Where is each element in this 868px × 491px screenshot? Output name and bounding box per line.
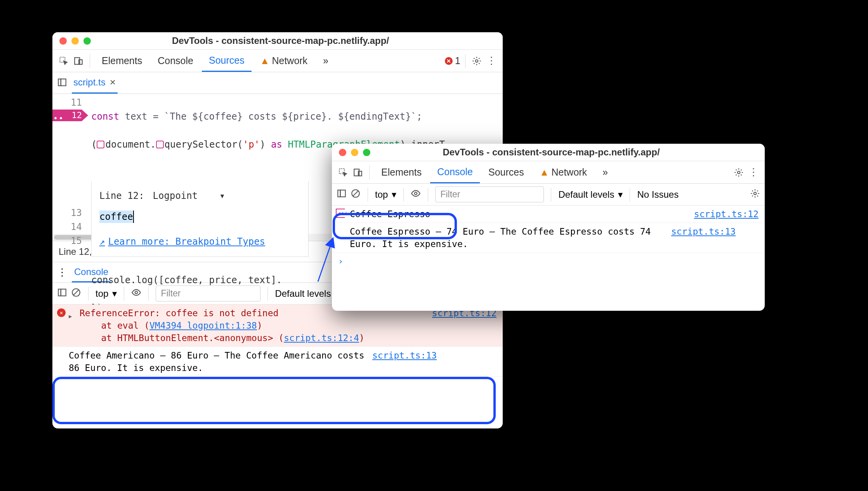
stack-link[interactable]: script.ts:12:4 — [284, 333, 359, 343]
levels-select[interactable]: Default levels▾ — [558, 189, 623, 200]
tab-elements[interactable]: Elements — [374, 161, 429, 183]
logpoint-icon: •• — [336, 209, 347, 218]
chevron-down-icon: ▾ — [219, 189, 225, 203]
issues-label[interactable]: No Issues — [637, 189, 679, 200]
panel-tabs: Elements Console Sources ▲ Network » ✕ 1… — [52, 50, 503, 72]
devtools-window-console: DevTools - consistent-source-map-pc.netl… — [332, 144, 765, 311]
svg-point-3 — [476, 59, 478, 62]
file-tabs: script.ts ✕ — [52, 72, 503, 94]
gear-icon[interactable] — [470, 54, 483, 68]
titlebar[interactable]: DevTools - consistent-source-map-pc.netl… — [52, 32, 503, 50]
error-icon: ✕ — [57, 308, 66, 317]
inspect-icon[interactable] — [57, 54, 70, 68]
expand-icon[interactable]: ▶ — [69, 310, 72, 322]
tab-network[interactable]: ▲ Network — [253, 50, 314, 72]
tab-console[interactable]: Console — [430, 161, 480, 183]
console-prompt[interactable]: › — [332, 253, 765, 269]
external-link-icon: ↗ — [99, 235, 105, 249]
eye-icon[interactable] — [411, 188, 421, 201]
device-icon[interactable] — [72, 54, 85, 68]
svg-rect-5 — [61, 79, 66, 85]
logpoint-line-label: Line 12: — [99, 189, 144, 203]
console-logpoint-row[interactable]: •• Coffee Espresso script.ts:12 — [332, 205, 765, 223]
svg-rect-17 — [340, 190, 345, 197]
svg-point-21 — [754, 192, 757, 195]
warning-icon: ▲ — [540, 167, 549, 178]
file-tab-script[interactable]: script.ts ✕ — [72, 72, 118, 94]
console-error-row[interactable]: ✕ ▶ ReferenceError: coffee is not define… — [52, 305, 503, 347]
error-count[interactable]: ✕ 1 — [445, 55, 460, 66]
logpoint-dots-icon: •• — [53, 111, 64, 125]
svg-point-15 — [738, 171, 740, 174]
source-link[interactable]: script.ts:12 — [694, 208, 759, 220]
menu-icon[interactable]: ⋮ — [485, 54, 498, 68]
source-link[interactable]: script.ts:13 — [372, 349, 437, 374]
stack-link[interactable]: VM4394 logpoint:1:38 — [149, 320, 257, 331]
console-log-row[interactable]: Coffee Americano — 86 Euro — The Coffee … — [52, 347, 503, 377]
error-icon: ✕ — [445, 57, 453, 65]
log-message: Coffee Americano — 86 Euro — The Coffee … — [69, 349, 368, 374]
tabs-more[interactable]: » — [316, 50, 335, 72]
tab-elements[interactable]: Elements — [95, 50, 149, 72]
source-link[interactable]: script.ts:13 — [671, 225, 736, 250]
svg-line-22 — [318, 238, 333, 282]
tab-network[interactable]: ▲ Network — [533, 161, 594, 183]
logpoint-input[interactable]: coffee — [99, 211, 134, 223]
window-title: DevTools - consistent-source-map-pc.netl… — [65, 35, 496, 46]
window-title: DevTools - consistent-source-map-pc.netl… — [345, 147, 758, 158]
tab-sources[interactable]: Sources — [481, 161, 531, 183]
context-select[interactable]: top▾ — [375, 189, 396, 200]
source-link[interactable]: script.ts:12 — [432, 307, 496, 344]
inspect-icon[interactable] — [337, 166, 350, 179]
breakpoint-type-select[interactable]: Logpoint ▾ — [150, 187, 228, 204]
sidebar-icon[interactable] — [337, 188, 347, 201]
console-body: •• Coffee Espresso script.ts:12 Coffee E… — [332, 205, 765, 269]
chevron-down-icon: ▾ — [618, 189, 623, 200]
panel-tabs: Elements Console Sources ▲ Network » ⋮ — [332, 161, 765, 184]
gear-icon[interactable] — [750, 188, 760, 201]
annotation-arrow-icon — [295, 236, 357, 283]
clear-icon[interactable] — [351, 188, 361, 201]
log-message: Coffee Espresso — [348, 208, 689, 220]
gear-icon[interactable] — [732, 166, 745, 179]
svg-point-20 — [415, 192, 417, 195]
device-icon[interactable] — [351, 166, 365, 179]
console-log-row[interactable]: Coffee Espresso — 74 Euro — The Coffee E… — [332, 223, 765, 253]
error-message: ReferenceError: coffee is not defined at… — [69, 307, 427, 344]
logpoint-panel: Line 12: Logpoint ▾ coffee ↗ Learn more:… — [91, 181, 309, 257]
warning-icon: ▲ — [260, 55, 270, 66]
tabs-more[interactable]: » — [595, 161, 615, 183]
tab-sources[interactable]: Sources — [202, 50, 252, 72]
console-body: ✕ ▶ ReferenceError: coffee is not define… — [52, 305, 503, 377]
chevron-down-icon: ▾ — [392, 189, 396, 200]
console-toolbar: top▾ Filter Default levels▾ No Issues — [332, 184, 765, 205]
close-icon[interactable]: ✕ — [109, 78, 116, 87]
learn-more-link[interactable]: ↗ Learn more: Breakpoint Types — [99, 235, 300, 249]
svg-line-19 — [353, 191, 358, 196]
titlebar[interactable]: DevTools - consistent-source-map-pc.netl… — [332, 144, 765, 161]
log-message: Coffee Espresso — 74 Euro — The Coffee E… — [348, 225, 667, 250]
menu-icon[interactable]: ⋮ — [747, 166, 760, 179]
filter-input[interactable]: Filter — [435, 186, 544, 202]
navigator-icon[interactable] — [57, 77, 67, 89]
tab-console[interactable]: Console — [151, 50, 200, 72]
